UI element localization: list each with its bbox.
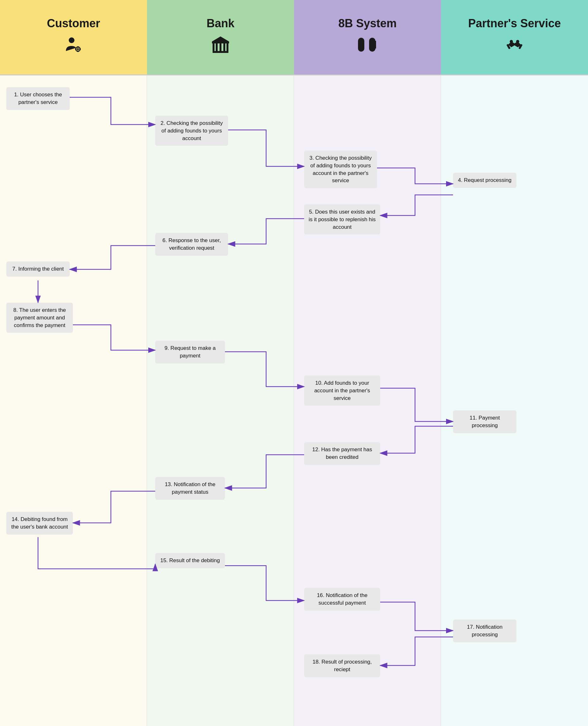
svg-rect-8 (213, 43, 214, 51)
svg-point-0 (69, 37, 75, 43)
step-17: 17. Notification processing (453, 620, 517, 642)
step-3: 3. Checking the possibility of adding fo… (304, 150, 377, 188)
svg-rect-3 (77, 46, 79, 48)
header-8b: 8B System (294, 0, 441, 75)
step-14: 14. Debiting found from the user's bank … (6, 512, 73, 535)
svg-rect-4 (77, 50, 79, 52)
step-7: 7. Informing the client (6, 262, 70, 277)
step-1: 1. User chooses the partner's service (6, 87, 70, 110)
step-16: 16. Notification of the successful payme… (304, 588, 380, 611)
header-title-bank: Bank (207, 17, 234, 30)
content-area: 1. User chooses the partner's service 2.… (0, 75, 588, 726)
header-bank: Bank (147, 0, 294, 75)
lane-customer (0, 75, 147, 726)
diagram-container: Customer Bank (0, 0, 588, 726)
step-15: 15. Result of the debiting (155, 553, 225, 568)
svg-rect-6 (79, 48, 81, 50)
step-11: 11. Payment processing (453, 410, 517, 433)
svg-rect-12 (227, 43, 228, 51)
header-title-partner: Partner's Service (468, 17, 561, 30)
svg-rect-11 (223, 43, 225, 51)
svg-point-22 (516, 40, 519, 43)
lane-bank (147, 75, 294, 726)
step-9: 9. Request to make a payment (155, 341, 225, 364)
header-title-8b: 8B System (338, 17, 397, 30)
step-13: 13. Notification of the payment status (155, 477, 225, 500)
step-18: 18. Result of processing, reciept (304, 655, 380, 677)
step-10: 10. Add founds to your account in the pa… (304, 375, 380, 406)
step-5: 5. Does this user exists and is it possi… (304, 204, 380, 234)
step-8: 8. The user enters the payment amount an… (6, 303, 73, 333)
svg-marker-14 (212, 37, 229, 42)
svg-rect-9 (216, 43, 218, 51)
bank-icon (211, 35, 230, 58)
header-customer: Customer (0, 0, 147, 75)
svg-rect-13 (212, 42, 229, 43)
step-6: 6. Response to the user, verification re… (155, 233, 228, 256)
partner-icon (505, 35, 524, 58)
header-partner: Partner's Service (441, 0, 588, 75)
svg-point-2 (77, 48, 79, 50)
svg-point-21 (510, 40, 513, 43)
header-title-customer: Customer (47, 17, 100, 30)
svg-rect-7 (213, 51, 228, 53)
step-2: 2. Checking the possibility of adding fo… (155, 116, 228, 146)
svg-rect-20 (369, 41, 376, 48)
svg-rect-10 (219, 43, 222, 51)
svg-rect-5 (75, 48, 77, 50)
step-12: 12. Has the payment has been credited (304, 442, 380, 465)
step-4: 4. Request processing (453, 173, 517, 188)
svg-rect-17 (358, 41, 364, 48)
8b-icon (355, 35, 380, 58)
header-row: Customer Bank (0, 0, 588, 75)
customer-icon (64, 35, 83, 58)
